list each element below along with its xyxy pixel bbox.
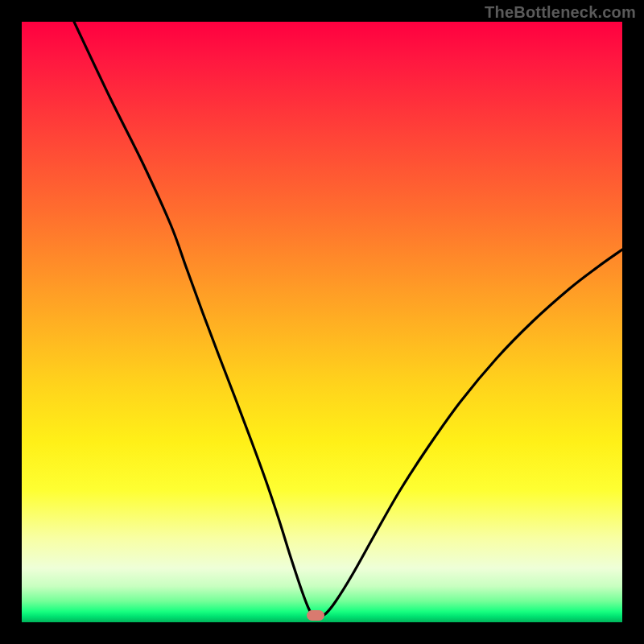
watermark-text: TheBottleneck.com <box>485 3 636 22</box>
plot-area <box>22 22 622 622</box>
optimum-marker <box>307 610 324 621</box>
bottleneck-curve <box>22 22 622 622</box>
chart-frame: TheBottleneck.com <box>0 0 644 644</box>
